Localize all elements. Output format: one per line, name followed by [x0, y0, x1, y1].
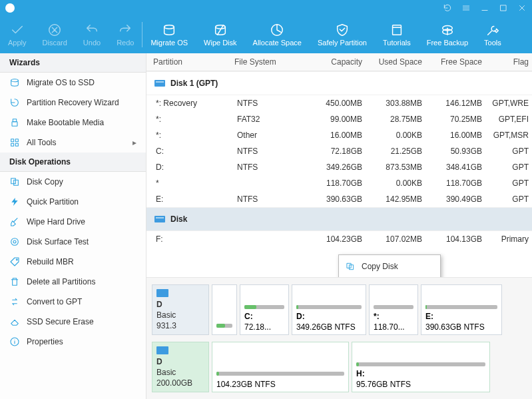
svg-point-17 — [11, 238, 19, 246]
partition-block[interactable]: H:95.76GB NTFS — [352, 342, 490, 392]
partition-row[interactable]: *:Other16.00MB0.00KB16.00MBGPT,MSRNone — [146, 127, 532, 143]
pie-icon — [270, 23, 284, 37]
partition-row[interactable]: F:104.23GB107.02MB104.13GBPrimaryActive — [146, 231, 532, 247]
book-icon — [390, 23, 404, 37]
apply-button: Apply — [0, 16, 35, 53]
redo-icon — [118, 23, 133, 37]
partition-row[interactable]: *:FAT3299.00MB28.75MB70.25MBGPT,EFISyste… — [146, 111, 532, 127]
sidebar-item-label: Make Bootable Media — [27, 118, 104, 127]
svg-point-3 — [215, 25, 225, 29]
broom-icon — [9, 216, 20, 227]
sidebar-item-partition-recovery[interactable]: Partition Recovery Wizard — [0, 93, 146, 113]
partition-block[interactable] — [212, 284, 237, 335]
disk-card: DBasic200.00GB104.23GB NTFSH:95.76GB NTF… — [152, 342, 527, 392]
column-header[interactable]: Capacity — [306, 57, 366, 67]
minimize-icon[interactable] — [480, 3, 489, 13]
svg-point-18 — [13, 240, 16, 243]
ctx-initialize-disk: Initialize Disk — [339, 275, 440, 277]
sidebar-item-wipe-hard-drive[interactable]: Wipe Hard Drive — [0, 212, 146, 232]
cloud-icon — [440, 23, 455, 37]
redo-button: Redo — [109, 16, 142, 53]
migrate-os-button[interactable]: Migrate OS — [142, 16, 196, 53]
column-header[interactable]: Used Space — [366, 57, 426, 67]
tutorials-button[interactable]: Tutorials — [375, 16, 419, 53]
tools-button[interactable]: Tools — [476, 16, 509, 53]
partition-row[interactable]: *: RecoveryNTFS450.00MB303.88MB146.12MBG… — [146, 95, 532, 111]
app-logo-icon — [5, 3, 15, 13]
info-icon — [9, 336, 20, 347]
partition-block[interactable]: 104.23GB NTFS — [212, 342, 349, 392]
sidebar-item-label: Wipe Hard Drive — [27, 217, 85, 226]
sidebar-header: Wizards — [0, 53, 146, 73]
column-header[interactable]: File System — [234, 57, 306, 67]
tag-icon — [9, 256, 20, 267]
shield-icon — [335, 23, 350, 37]
sidebar-item-quick-partition[interactable]: Quick Partition — [0, 192, 146, 212]
erase-icon — [9, 316, 20, 327]
column-header[interactable]: Free Space — [426, 57, 486, 67]
allocate-space-button[interactable]: Allocate Space — [245, 16, 310, 53]
svg-rect-15 — [11, 179, 16, 184]
sidebar-item-label: Convert to GPT — [27, 297, 82, 306]
sidebar-item-label: Quick Partition — [27, 197, 79, 206]
wipe-disk-button[interactable]: Wipe Disk — [196, 16, 245, 53]
disk-icon — [9, 77, 20, 88]
partition-block[interactable]: C:72.18... — [240, 284, 289, 335]
svg-rect-13 — [11, 143, 14, 146]
sidebar-item-delete-all-partitions[interactable]: Delete all Partitions — [0, 272, 146, 292]
convert-icon — [9, 296, 20, 307]
sidebar-item-disk-surface-test[interactable]: Disk Surface Test — [0, 232, 146, 252]
partition-row[interactable]: E:NTFS390.63GB142.95MB390.49GBGPTNone — [146, 191, 532, 207]
sidebar-item-label: Disk Copy — [27, 177, 63, 187]
sidebar-item-all-tools[interactable]: All Tools▸ — [0, 133, 146, 153]
target-icon — [9, 236, 20, 247]
svg-rect-22 — [350, 265, 354, 270]
partition-row[interactable]: D:NTFS349.26GB873.53MB348.41GBGPTNone — [146, 159, 532, 175]
svg-point-19 — [16, 259, 17, 260]
sidebar-item-properties[interactable]: Properties — [0, 332, 146, 352]
svg-rect-12 — [15, 139, 18, 142]
undo-icon — [85, 23, 99, 37]
partition-block[interactable]: D:349.26GB NTFS — [292, 284, 366, 335]
column-header[interactable]: Flag — [486, 57, 532, 67]
partition-block[interactable]: E:390.63GB NTFS — [421, 284, 502, 335]
free-backup-button[interactable]: Free Backup — [419, 16, 476, 53]
menu-icon[interactable] — [461, 3, 471, 13]
svg-point-2 — [164, 25, 174, 29]
refresh-icon[interactable] — [443, 3, 452, 13]
partition-row[interactable]: *118.70GB0.00KB118.70GBGPTNone — [146, 175, 532, 191]
partition-list: Disk 1 (GPT)*: RecoveryNTFS450.00MB303.8… — [146, 71, 532, 277]
sidebar-item-make-bootable[interactable]: Make Bootable Media — [0, 113, 146, 133]
svg-rect-14 — [15, 143, 18, 146]
bolt-icon — [9, 197, 20, 207]
sidebar-item-label: All Tools — [27, 138, 56, 147]
disk-header[interactable]: Disk 1 (GPT) — [146, 71, 532, 95]
sidebar-item-migrate-os-ssd[interactable]: Migrate OS to SSD — [0, 73, 146, 93]
sidebar-item-label: Delete all Partitions — [27, 277, 95, 286]
disk-card-info[interactable]: DBasic200.00GB — [152, 342, 209, 392]
maximize-icon[interactable] — [499, 3, 508, 13]
partition-block[interactable]: *:118.70... — [369, 284, 418, 335]
svg-rect-9 — [13, 119, 16, 122]
sidebar-item-convert-to-gpt[interactable]: Convert to GPT — [0, 292, 146, 312]
safely-partition-button[interactable]: Safely Partition — [310, 16, 375, 53]
sidebar-item-ssd-secure-erase[interactable]: SSD Secure Erase — [0, 312, 146, 332]
discard-button: Discard — [35, 16, 75, 53]
svg-rect-0 — [501, 5, 506, 11]
disk-header[interactable]: Disk — [146, 207, 532, 231]
ctx-copy-disk[interactable]: Copy Disk — [339, 258, 440, 275]
sidebar-item-disk-copy[interactable]: Disk Copy — [0, 172, 146, 192]
column-header[interactable]: Partition — [153, 57, 234, 67]
sidebar-item-label: Migrate OS to SSD — [27, 78, 95, 87]
disk-card-info[interactable]: DBasic931.3 — [152, 284, 209, 335]
disk-name: Disk 1 (GPT) — [170, 79, 218, 88]
close-icon[interactable] — [517, 3, 527, 13]
recovery-icon — [9, 97, 20, 108]
grid-icon — [9, 137, 20, 148]
undo-button: Undo — [75, 16, 109, 53]
partition-row[interactable]: C:NTFS72.18GB21.25GB50.93GBGPTBoot — [146, 143, 532, 159]
x-circle-icon — [47, 23, 62, 37]
sidebar-item-rebuild-mbr[interactable]: Rebuild MBR — [0, 252, 146, 272]
disk-icon — [154, 80, 165, 87]
copy-icon — [346, 262, 355, 271]
